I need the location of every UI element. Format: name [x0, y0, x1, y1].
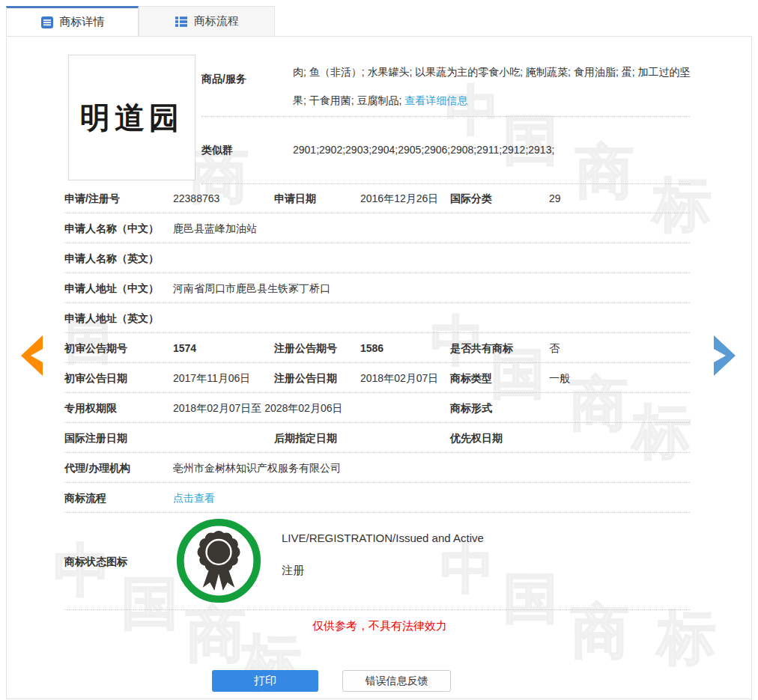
goods-services-text: 肉; 鱼（非活）; 水果罐头; 以果蔬为主的零食小吃; 腌制蔬菜; 食用油脂; …: [293, 66, 690, 106]
divider: [64, 483, 690, 513]
next-arrow-button[interactable]: [712, 334, 737, 380]
table-row: 申请/注册号 22388763 申请日期 2016年12月26日 国际分类 29: [7, 183, 753, 213]
divider: [201, 116, 690, 117]
status-line-secondary: 注册: [282, 564, 484, 578]
table-row: 申请人名称（英文）: [7, 243, 753, 273]
document-lines-icon: [40, 16, 54, 29]
tab-trademark-process[interactable]: 商标流程: [139, 6, 275, 36]
trademark-detail-page: 中 国 商 标 商 中 国 商 标 中 国 商 标 中 国 商 标 国 商标详情: [0, 0, 758, 700]
previous-arrow-button[interactable]: [19, 334, 45, 380]
tab-label: 商标详情: [60, 15, 105, 29]
divider: [64, 423, 690, 453]
divider: [64, 183, 690, 213]
table-row: 申请人名称（中文） 鹿邑县蓝峰加油站: [7, 213, 753, 243]
award-ribbon-icon: [175, 517, 262, 604]
divider: [64, 243, 690, 273]
status-line-primary: LIVE/REGISTRATION/Issued and Active: [282, 532, 484, 544]
legal-disclaimer-text: 仅供参考，不具有法律效力: [7, 619, 753, 633]
status-label: 商标状态图标: [64, 513, 127, 610]
table-row: 初审公告期号 1574 注册公告期号 1586 是否共有商标 否: [7, 333, 753, 363]
trademark-status-row: 商标状态图标: [7, 513, 753, 610]
divider: [64, 303, 690, 333]
table-row: 申请人地址（中文） 河南省周口市鹿邑县生铁冢丁桥口: [7, 273, 753, 303]
table-row: 国际注册日期 后期指定日期 优先权日期: [7, 423, 753, 453]
status-text-block: LIVE/REGISTRATION/Issued and Active 注册: [282, 532, 484, 578]
table-row: 申请人地址（英文）: [7, 303, 753, 333]
chevron-right-icon: [712, 334, 737, 377]
tab-label: 商标流程: [194, 14, 239, 28]
goods-services-value: 肉; 鱼（非活）; 水果罐头; 以果蔬为主的零食小吃; 腌制蔬菜; 食用油脂; …: [293, 58, 697, 115]
trademark-name-text: 明道园: [80, 97, 184, 139]
divider: [64, 363, 690, 393]
divider: [64, 393, 690, 423]
divider: [64, 213, 690, 243]
table-row: 代理/办理机构 亳州市金树林知识产权服务有限公司: [7, 453, 753, 483]
similar-group-label: 类似群: [201, 144, 233, 157]
list-icon: [175, 15, 188, 28]
divider: [64, 333, 690, 363]
table-row: 专用权期限 2018年02月07日至 2028年02月06日 商标形式: [7, 393, 753, 423]
chevron-left-icon: [19, 334, 45, 377]
trademark-detail-panel: 明道园 商品/服务 肉; 鱼（非活）; 水果罐头; 以果蔬为主的零食小吃; 腌制…: [6, 36, 752, 699]
similar-group-value: 2901;2902;2903;2904;2905;2906;2908;2911;…: [293, 144, 554, 156]
divider: [64, 453, 690, 483]
error-feedback-button[interactable]: 错误信息反馈: [342, 670, 451, 692]
divider: [64, 273, 690, 303]
goods-services-label: 商品/服务: [201, 73, 246, 86]
view-details-link[interactable]: 查看详细信息: [404, 94, 467, 106]
table-row: 初审公告日期 2017年11月06日 注册公告日期 2018年02月07日 商标…: [7, 363, 753, 393]
tab-trademark-detail[interactable]: 商标详情: [6, 6, 139, 36]
table-row: 商标流程 点击查看: [7, 483, 753, 513]
detail-rows: 申请/注册号 22388763 申请日期 2016年12月26日 国际分类 29…: [7, 183, 753, 513]
trademark-image: 明道园: [68, 55, 195, 180]
divider: [64, 609, 690, 610]
print-button[interactable]: 打印: [212, 670, 318, 692]
